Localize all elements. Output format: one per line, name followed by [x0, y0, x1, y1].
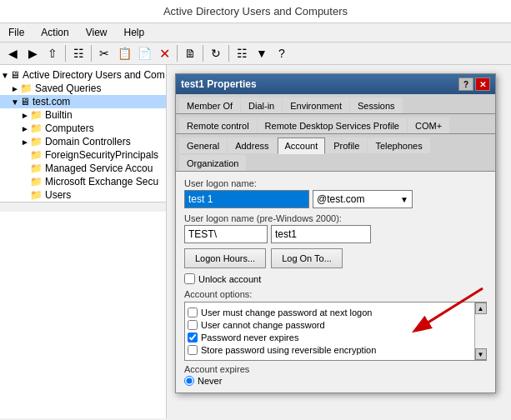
delete-icon[interactable]: ✕ — [155, 44, 173, 62]
domain-dropdown-arrow: ▼ — [400, 195, 408, 204]
toolbar-sep-1 — [65, 45, 66, 62]
sidebar-item-builtin[interactable]: ► 📁 Builtin — [0, 108, 166, 122]
root-expand-icon: ▼ — [0, 71, 10, 80]
filter-icon[interactable]: ▼ — [253, 44, 271, 62]
tab-environment[interactable]: Environment — [283, 98, 349, 113]
tab-sessions[interactable]: Sessions — [350, 98, 403, 113]
sidebar-item-dc[interactable]: ► 📁 Domain Controllers — [0, 135, 166, 148]
sq-label: Saved Queries — [35, 82, 101, 94]
user-logon-input-row: @test.com ▼ — [184, 190, 487, 208]
option-checkbox-1[interactable] — [188, 320, 198, 330]
tabs-row-1: Member Of Dial-in Environment Sessions — [176, 94, 495, 114]
menu-view[interactable]: View — [81, 25, 113, 40]
unlock-checkbox[interactable] — [184, 273, 195, 284]
dialog-close-button[interactable]: ✕ — [475, 78, 490, 91]
comp-expand-icon: ► — [20, 124, 30, 133]
tab-organization[interactable]: Organization — [179, 155, 246, 171]
option-label-2: Password never expires — [201, 332, 298, 342]
never-radio[interactable] — [184, 376, 194, 386]
sidebar-item-msa[interactable]: 📁 Managed Service Accou — [0, 162, 166, 175]
account-expires-radio-row: Never — [184, 376, 487, 386]
paste-icon[interactable]: 📄 — [135, 44, 153, 62]
menu-file[interactable]: File — [3, 25, 29, 40]
root-icon: 🖥 — [10, 69, 20, 81]
sidebar-item-fsp[interactable]: 📁 ForeignSecurityPrincipals — [0, 148, 166, 162]
mes-label: Microsoft Exchange Secu — [45, 176, 158, 188]
domain-dropdown[interactable]: @test.com ▼ — [313, 190, 413, 208]
fsp-label: ForeignSecurityPrincipals — [45, 149, 158, 161]
sidebar-item-mes[interactable]: 📁 Microsoft Exchange Secu — [0, 175, 166, 188]
domain-value: @test.com — [317, 193, 365, 205]
forward-button[interactable]: ▶ — [23, 44, 42, 62]
comp-label: Computers — [45, 122, 94, 134]
tab-account[interactable]: Account — [278, 138, 326, 154]
menu-action[interactable]: Action — [36, 25, 73, 40]
tab-dial-in[interactable]: Dial-in — [241, 98, 282, 113]
option-row-0: User must change password at next logon — [188, 308, 473, 318]
refresh-icon[interactable]: ↻ — [207, 44, 225, 62]
tab-telephones[interactable]: Telephones — [368, 138, 429, 153]
user-logon-label: User logon name: — [184, 178, 487, 188]
tab-address[interactable]: Address — [228, 138, 276, 153]
sidebar-scrollbar[interactable] — [0, 202, 166, 212]
dialog-title: test1 Properties — [181, 78, 257, 90]
account-expires-label: Account expires — [184, 364, 487, 374]
tabs-row-3: General Address Account Profile Telephon… — [176, 134, 495, 172]
tab-profile[interactable]: Profile — [326, 138, 367, 153]
dialog-content: User logon name: @test.com ▼ User logon … — [176, 172, 495, 392]
title-bar: Active Directory Users and Computers — [0, 0, 511, 23]
options-box: User must change password at next logon … — [184, 302, 487, 361]
sidebar: ▼ 🖥 Active Directory Users and Com ► 📁 S… — [0, 65, 167, 418]
sidebar-item-testcom[interactable]: ▼ 🖥 test.com — [0, 95, 166, 108]
dialog-title-bar: test1 Properties ? ✕ — [176, 74, 495, 94]
scroll-down-button[interactable]: ▼ — [475, 348, 487, 360]
option-label-1: User cannot change password — [201, 320, 325, 330]
export-icon[interactable]: ☷ — [233, 44, 251, 62]
toolbar: ◀ ▶ ⇧ ☷ ✂ 📋 📄 ✕ 🗎 ↻ ☷ ▼ ? — [0, 42, 511, 65]
help-icon[interactable]: ? — [273, 44, 291, 62]
tab-general[interactable]: General — [179, 138, 227, 153]
users-icon: 📁 — [30, 189, 43, 201]
option-checkbox-2[interactable] — [188, 332, 198, 342]
copy-icon[interactable]: 📋 — [115, 44, 133, 62]
toolbar-sep-2 — [91, 45, 92, 62]
scroll-up-button[interactable]: ▲ — [475, 302, 487, 314]
tab-rdsp[interactable]: Remote Desktop Services Profile — [258, 118, 407, 133]
sidebar-item-saved-queries[interactable]: ► 📁 Saved Queries — [0, 82, 166, 95]
log-on-to-button[interactable]: Log On To... — [271, 248, 343, 268]
tab-member-of[interactable]: Member Of — [179, 98, 240, 113]
cut-icon[interactable]: ✂ — [95, 44, 113, 62]
sidebar-item-users[interactable]: 📁 Users — [0, 188, 166, 202]
back-button[interactable]: ◀ — [3, 44, 22, 62]
logon-prewin-row: User logon name (pre-Windows 2000): — [184, 213, 487, 243]
sidebar-item-computers[interactable]: ► 📁 Computers — [0, 122, 166, 135]
properties-icon[interactable]: 🗎 — [181, 44, 199, 62]
sq-expand-icon: ► — [10, 84, 20, 93]
properties-dialog: test1 Properties ? ✕ Member Of Dial-in E… — [175, 73, 496, 393]
logon-prewin-label: User logon name (pre-Windows 2000): — [184, 213, 487, 223]
up-button[interactable]: ⇧ — [43, 44, 62, 62]
comp-icon: 📁 — [30, 122, 43, 134]
tab-com[interactable]: COM+ — [408, 118, 449, 133]
user-logon-input[interactable] — [184, 190, 309, 208]
fsp-icon: 📁 — [30, 149, 43, 161]
logon-hours-button[interactable]: Logon Hours... — [184, 248, 266, 268]
logon-prewin-domain-input[interactable] — [184, 225, 268, 243]
logon-prewin-name-input[interactable] — [271, 225, 371, 243]
sidebar-root[interactable]: ▼ 🖥 Active Directory Users and Com — [0, 68, 166, 82]
dialog-help-button[interactable]: ? — [458, 78, 473, 91]
tab-remote-control[interactable]: Remote control — [179, 118, 257, 133]
tabs-row-2: Remote control Remote Desktop Services P… — [176, 114, 495, 134]
sidebar-root-label: Active Directory Users and Com — [23, 69, 165, 81]
toolbar-sep-5 — [228, 45, 229, 62]
account-options-label: Account options: — [184, 289, 487, 299]
options-scrollbar[interactable]: ▲ ▼ — [474, 302, 486, 360]
option-checkbox-3[interactable] — [188, 345, 198, 355]
menu-help[interactable]: Help — [119, 25, 150, 40]
option-checkbox-0[interactable] — [188, 308, 198, 318]
tree-icon[interactable]: ☷ — [69, 44, 88, 62]
bi-icon: 📁 — [30, 109, 43, 121]
logon-prewin-input-row — [184, 225, 487, 243]
menu-bar: File Action View Help — [0, 23, 511, 42]
toolbar-sep-4 — [203, 45, 203, 62]
